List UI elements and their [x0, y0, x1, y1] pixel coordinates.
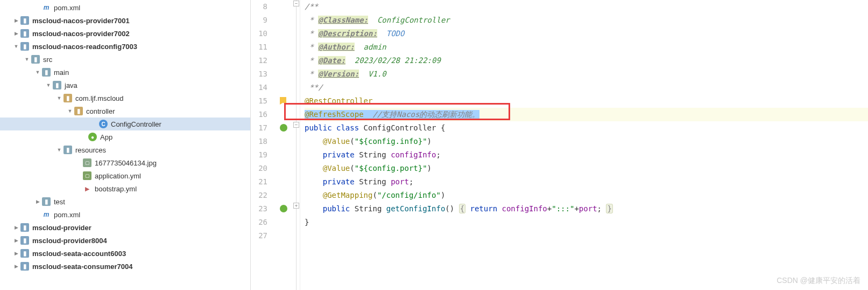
code-line[interactable]: @GetMapping("/config/info") — [305, 189, 868, 202]
gutter-mark — [278, 162, 293, 175]
tree-item-pom-xml[interactable]: mpom.xml — [0, 208, 250, 221]
fold-icon[interactable]: − — [293, 1, 299, 6]
gutter-mark — [278, 135, 293, 148]
gutter-mark — [278, 27, 293, 40]
tree-item-label: App — [100, 133, 112, 141]
code-line[interactable]: @Value("${config.port}") — [305, 162, 868, 175]
tree-item-label: pom.xml — [54, 4, 80, 12]
code-line[interactable]: * @Date: 2023/02/28 21:22:09 — [305, 54, 868, 67]
tree-item-controller[interactable]: ▼▮controller — [0, 105, 250, 118]
tree-item-bootstrap-yml[interactable]: ▶bootstrap.yml — [0, 182, 250, 195]
gutter-mark — [278, 108, 293, 121]
line-number: 10 — [251, 27, 267, 40]
tree-item-label: controller — [86, 107, 115, 115]
gutter-mark — [278, 94, 293, 108]
line-number: 20 — [251, 162, 267, 175]
tree-item-main[interactable]: ▼▮main — [0, 66, 250, 79]
expand-arrow-icon[interactable]: ▼ — [24, 56, 30, 63]
tree-item-pom-xml[interactable]: mpom.xml — [0, 1, 250, 14]
code-line[interactable]: public class ConfigController { — [305, 121, 868, 135]
code-area[interactable]: /** * @ClassName: ConfigController * @De… — [300, 0, 868, 290]
expand-arrow-icon[interactable]: ▶ — [13, 263, 19, 270]
code-line[interactable]: * @ClassName: ConfigController — [305, 13, 868, 27]
code-line[interactable]: public String getConfigInfo() { return c… — [305, 202, 868, 216]
line-number: 17 — [251, 121, 267, 135]
line-numbers: 8910111213141516171819202122232627 — [251, 0, 278, 290]
gutter-mark — [278, 189, 293, 202]
tree-item-mscloud-seata-consumer7004[interactable]: ▶▮mscloud-seata-consumer7004 — [0, 260, 250, 273]
expand-arrow-icon[interactable]: ▶ — [13, 17, 19, 24]
expand-arrow-icon[interactable]: ▶ — [13, 224, 19, 231]
folder-icon: ▮ — [63, 146, 72, 154]
expand-arrow-icon[interactable]: ▼ — [56, 95, 62, 101]
expand-arrow-icon — [75, 172, 82, 179]
expand-arrow-icon[interactable]: ▼ — [13, 43, 19, 50]
tree-item-application-yml[interactable]: ▢application.yml — [0, 169, 250, 182]
line-number: 12 — [251, 54, 267, 67]
maven-icon: m — [42, 210, 51, 219]
tree-item-configcontroller[interactable]: CConfigController — [0, 118, 250, 130]
tree-item-resources[interactable]: ▼▮resources — [0, 143, 250, 156]
tree-item-mscloud-nacos-provider7001[interactable]: ▶▮mscloud-nacos-provider7001 — [0, 14, 250, 27]
tree-item-test[interactable]: ▶▮test — [0, 195, 250, 208]
folder-icon: ▮ — [42, 68, 51, 77]
tree-item-mscloud-provider8004[interactable]: ▶▮mscloud-provider8004 — [0, 234, 250, 247]
tree-item-mscloud-seata-account6003[interactable]: ▶▮mscloud-seata-account6003 — [0, 247, 250, 260]
module-icon: ▮ — [20, 249, 29, 258]
tree-item-label: main — [54, 68, 69, 77]
tree-item-src[interactable]: ▼▮src — [0, 53, 250, 66]
tree-item-java[interactable]: ▼▮java — [0, 79, 250, 92]
code-editor[interactable]: 8910111213141516171819202122232627 − − +… — [251, 0, 868, 290]
fold-icon[interactable]: + — [293, 203, 299, 209]
line-number: 18 — [251, 135, 267, 148]
expand-arrow-icon — [34, 211, 41, 218]
spring-icon[interactable] — [280, 205, 287, 212]
module-icon: ▮ — [20, 42, 29, 51]
tree-item-mscloud-provider[interactable]: ▶▮mscloud-provider — [0, 221, 250, 234]
code-line[interactable] — [305, 229, 868, 243]
line-number: 21 — [251, 175, 267, 189]
project-tree[interactable]: mpom.xml▶▮mscloud-nacos-provider7001▶▮ms… — [0, 0, 251, 290]
fold-column[interactable]: − − + — [293, 0, 300, 290]
tree-item-app[interactable]: ●App — [0, 130, 250, 143]
code-line[interactable]: * @Author: admin — [305, 40, 868, 54]
line-number: 16 — [251, 108, 267, 121]
code-line[interactable]: * @Description: TODO — [305, 27, 868, 40]
code-line[interactable]: /** — [305, 0, 868, 13]
tree-item-1677735046134-jpg[interactable]: ▢1677735046134.jpg — [0, 156, 250, 169]
line-number: 26 — [251, 216, 267, 229]
expand-arrow-icon[interactable]: ▼ — [67, 108, 73, 114]
module-icon: ▮ — [20, 29, 29, 38]
code-line[interactable]: **/ — [305, 81, 868, 94]
code-line[interactable]: @Value("${config.info}") — [305, 135, 868, 148]
expand-arrow-icon[interactable]: ▼ — [56, 147, 62, 153]
code-line[interactable]: private String configInfo; — [305, 148, 868, 162]
tree-item-label: pom.xml — [54, 211, 80, 219]
tree-item-label: java — [65, 81, 77, 89]
class-icon: C — [99, 120, 108, 128]
expand-arrow-icon[interactable]: ▼ — [45, 82, 52, 88]
expand-arrow-icon[interactable]: ▶ — [13, 237, 19, 244]
expand-arrow-icon[interactable]: ▶ — [34, 198, 41, 205]
expand-arrow-icon[interactable]: ▶ — [13, 30, 19, 37]
tree-item-mscloud-nacos-readconfig7003[interactable]: ▼▮mscloud-nacos-readconfig7003 — [0, 40, 250, 53]
fold-icon[interactable]: − — [293, 122, 299, 128]
package-icon: ▮ — [63, 94, 72, 102]
code-line[interactable]: private String port; — [305, 175, 868, 189]
module-icon: ▮ — [20, 262, 29, 271]
gutter-mark — [278, 202, 293, 216]
code-line[interactable]: } — [305, 216, 868, 229]
code-line[interactable]: @RefreshScope //支持Nacos的动态刷新功能。 — [305, 108, 868, 121]
module-icon: ▮ — [20, 16, 29, 25]
spring-icon[interactable] — [280, 124, 287, 132]
expand-arrow-icon[interactable]: ▼ — [34, 69, 41, 75]
expand-arrow-icon — [91, 121, 98, 127]
bookmark-icon[interactable] — [280, 97, 286, 105]
gutter-mark — [278, 148, 293, 162]
code-line[interactable]: @RestController — [305, 94, 868, 108]
expand-arrow-icon[interactable]: ▶ — [13, 250, 19, 257]
code-line[interactable]: * @Version: V1.0 — [305, 67, 868, 81]
tree-item-mscloud-nacos-provider7002[interactable]: ▶▮mscloud-nacos-provider7002 — [0, 27, 250, 40]
tree-item-com-ljf-mscloud[interactable]: ▼▮com.ljf.mscloud — [0, 92, 250, 105]
yml2-icon: ▶ — [83, 184, 91, 193]
